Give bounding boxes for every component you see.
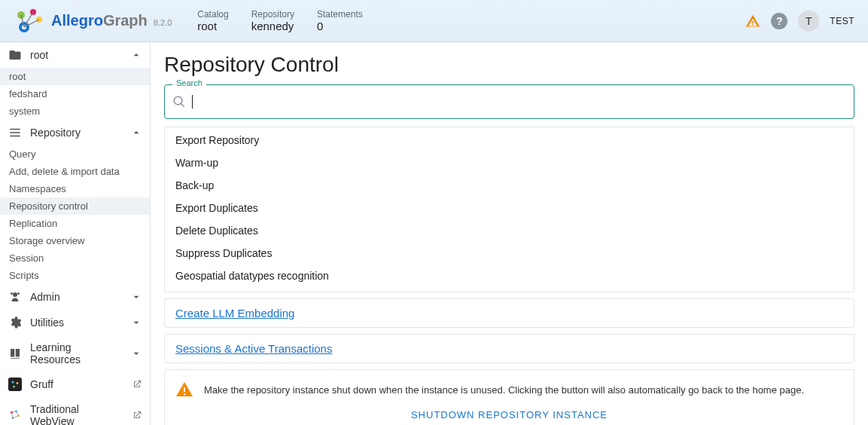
warning-icon [175, 381, 193, 399]
search-icon [172, 95, 186, 109]
sidebar-section-admin[interactable]: Admin [0, 284, 150, 310]
sidebar-item-query[interactable]: Query [0, 145, 150, 163]
metric-repository[interactable]: Repository kennedy [251, 9, 294, 32]
result-item[interactable]: Delete Duplicates [165, 219, 854, 242]
chevron-up-icon [130, 49, 142, 61]
help-icon[interactable]: ? [771, 13, 787, 29]
chevron-up-icon [130, 127, 142, 139]
result-item[interactable]: Suppress Duplicates [165, 242, 854, 264]
sidebar-link-webview[interactable]: Traditional WebView [0, 397, 150, 425]
metric-value: root [197, 20, 228, 32]
card-shutdown: Make the repository instance shut down w… [164, 369, 854, 425]
svg-point-11 [13, 386, 15, 388]
link-sessions[interactable]: Sessions & Active Transactions [175, 342, 332, 355]
main-content: Repository Control Search Export Reposit… [151, 42, 868, 425]
svg-point-9 [12, 381, 14, 384]
sidebar-section-label: Admin [30, 291, 123, 303]
sidebar-section-label: Repository [30, 127, 123, 139]
result-item[interactable]: Export Repository [165, 129, 854, 151]
user-name: TEST [830, 16, 854, 26]
svg-rect-8 [8, 378, 22, 391]
result-item[interactable]: Warm-up [165, 151, 854, 174]
card-create-llm: Create LLM Embedding [164, 298, 854, 328]
webview-icon [8, 408, 23, 422]
search-results-scroll[interactable]: Export Repository Warm-up Back-up Export… [165, 127, 854, 292]
svg-point-10 [17, 382, 19, 384]
folder-icon [8, 48, 23, 62]
sidebar-section-label: Utilities [30, 316, 123, 329]
external-link-icon [132, 379, 142, 390]
page-title: Repository Control [164, 53, 854, 77]
chevron-down-icon [130, 291, 142, 303]
result-item[interactable]: Back-up [165, 174, 854, 197]
gear-icon [8, 316, 23, 329]
sidebar-link-gruff[interactable]: Gruff [0, 371, 150, 397]
search-box[interactable]: Search [164, 84, 854, 119]
card-sessions: Sessions & Active Transactions [164, 334, 854, 363]
shutdown-button[interactable]: SHUTDOWN REPOSITORY INSTANCE [175, 409, 843, 420]
metric-label: Catalog [197, 9, 228, 20]
sidebar-item-system[interactable]: system [0, 102, 150, 120]
chevron-down-icon [130, 316, 142, 329]
sidebar-item-session[interactable]: Session [0, 249, 150, 267]
sidebar-item-fedshard[interactable]: fedshard [0, 85, 150, 102]
sidebar: root root fedshard system Repository Que… [0, 42, 151, 425]
sidebar-item-replication[interactable]: Replication [0, 215, 150, 232]
sidebar-link-label: Gruff [30, 378, 124, 390]
sidebar-item-repository-control[interactable]: Repository control [0, 197, 150, 215]
metric-statements[interactable]: Statements 0 [317, 9, 363, 32]
brand-name: AllegroGraph [51, 12, 148, 29]
sidebar-section-learning[interactable]: Learning Resources [0, 335, 150, 371]
metric-label: Statements [317, 9, 363, 20]
metric-label: Repository [251, 9, 294, 20]
list-icon [8, 126, 23, 139]
sidebar-section-utilities[interactable]: Utilities [0, 310, 150, 335]
sidebar-section-root[interactable]: root [0, 42, 150, 68]
sidebar-item-root[interactable]: root [0, 68, 150, 85]
sidebar-item-namespaces[interactable]: Namespaces [0, 180, 150, 197]
brand-logo-icon [14, 8, 47, 35]
sidebar-section-label: Learning Resources [30, 341, 123, 365]
book-icon [8, 347, 23, 360]
result-item[interactable]: Geospatial datatypes recognition [165, 264, 854, 287]
search-results-panel: Export Repository Warm-up Back-up Export… [164, 127, 854, 292]
text-caret [192, 95, 193, 109]
sidebar-item-storage-overview[interactable]: Storage overview [0, 232, 150, 249]
search-label: Search [172, 78, 206, 87]
link-create-llm[interactable]: Create LLM Embedding [175, 307, 294, 320]
sidebar-section-repository[interactable]: Repository [0, 120, 150, 145]
result-item[interactable]: Control durability (bulk-load) [165, 287, 854, 292]
sidebar-section-label: root [30, 49, 123, 61]
shutdown-note: Make the repository instance shut down w… [204, 384, 804, 396]
sidebar-item-scripts[interactable]: Scripts [0, 267, 150, 284]
metric-value: kennedy [251, 20, 294, 32]
user-avatar[interactable]: T [798, 11, 819, 32]
result-item[interactable]: Export Duplicates [165, 197, 854, 219]
brand-version: 8.2.0 [154, 18, 172, 27]
sidebar-item-add-delete-import[interactable]: Add, delete & import data [0, 163, 150, 180]
gruff-icon [8, 378, 23, 391]
admin-icon [8, 290, 23, 304]
chevron-down-icon [130, 347, 142, 359]
brand-logo-group[interactable]: AllegroGraph 8.2.0 [14, 8, 172, 35]
metric-catalog[interactable]: Catalog root [197, 9, 228, 32]
alert-warning-icon[interactable] [745, 14, 760, 29]
sidebar-link-label: Traditional WebView [30, 403, 124, 425]
metric-value: 0 [317, 20, 363, 32]
app-header: AllegroGraph 8.2.0 Catalog root Reposito… [0, 0, 868, 42]
header-metrics: Catalog root Repository kennedy Statemen… [197, 9, 362, 32]
external-link-icon [132, 410, 142, 420]
